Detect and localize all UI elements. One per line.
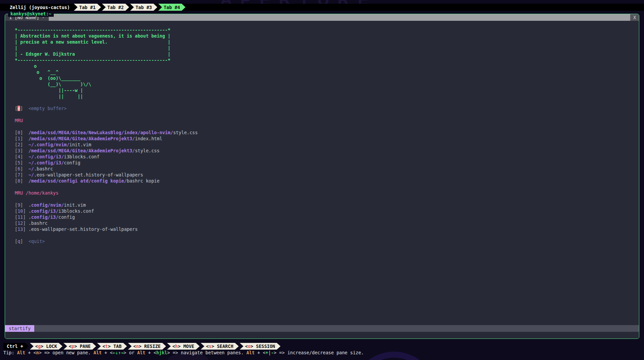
quote-line: | precise at a new semantic level. | [15,39,170,45]
terminal-pane: 1 [No Name] - X *-----------------------… [5,14,639,339]
tip-segment: Alt [137,350,145,355]
tip-segment: Alt [93,350,101,355]
vim-command-line [5,332,639,339]
screen: APERTURE Zellij (joyous-cactus) Tab #1Ta… [0,0,644,360]
quit-entry[interactable]: [q] <quit> [15,239,45,244]
tab-4[interactable]: Tab #4 [158,4,185,11]
wallpaper-watermark: APERTURE [220,0,377,3]
tip-segment: Alt [17,350,25,355]
cow-art-line: || || [15,94,83,99]
mru-entry[interactable]: [5] ~/.config/i3/config [15,160,80,165]
tab-2[interactable]: Tab #2 [102,4,129,11]
tip-segment: + < [255,350,266,355]
cow-art-line: (__)\ )\/\ [15,82,91,87]
mru-entry[interactable]: [13] .eos-wallpaper-set.history-of-wallp… [15,226,138,232]
cow-art-line: o (oo)\_______ [15,75,80,81]
mru-header: MRU [15,118,23,123]
empty-buffer-entry[interactable]: [e] <empty buffer> [15,106,67,111]
session-name: Zellij (joyous-cactus) [10,4,70,11]
tip-segment: + < [102,350,113,355]
vim-tabline-fill [49,14,630,21]
cow-art-line: o ^__^ [15,69,58,75]
keybar-segment-pane: <p> PANE [63,343,96,350]
mru-entry[interactable]: [4] ~/.config/i3/i3blocks.conf [15,154,99,159]
mru-entry[interactable]: [0] /media/ssd/MEGA/Gitea/NewLukasBlog/i… [15,130,198,135]
tip-segment: + < [25,350,36,355]
tip-segment: > => navigate between panes. [167,350,247,355]
wallpaper-arc-shape [351,352,437,360]
quote-line: | - Edsger W. Dijkstra | [15,51,170,57]
tip-segment: > or [124,350,137,355]
cow-art-line: o [15,63,37,69]
tip-segment: - [271,350,274,355]
tip-segment: > => increase/decrease pane size. [274,350,364,355]
quote-line: | | [15,45,170,51]
keybar-segment-lock: <g> LOCK [30,343,62,350]
statusline-fill [34,325,639,332]
pane-title: kankys@skynet:~ [8,11,54,17]
tab-1[interactable]: Tab #1 [74,4,101,11]
tip-segment: Tip: [3,350,17,355]
tip-segment: ←↓↑→ [113,350,124,355]
mru-entry[interactable]: [11] .config/i3/config [15,214,75,220]
keybar-segment-session: <o> SESSION [240,343,281,350]
mru-entry[interactable]: [9] .config/nvim/init.vim [15,202,86,208]
mru-entry[interactable]: [7] ~/.eos-wallpaper-set.history-of-wall… [15,172,143,177]
tip-segment: hjkl [156,350,167,355]
cow-art-line: ||----w | [15,88,83,93]
tip-segment: Alt [246,350,254,355]
statusline-mode-chip: startify [5,325,34,332]
startify-buffer: *---------------------------------------… [5,21,639,325]
tab-3[interactable]: Tab #3 [130,4,157,11]
tip-segment: > => open new pane. [39,350,94,355]
mru-entry[interactable]: [10] .config/i3/i3blocks.conf [15,208,94,214]
ctrl-prefix: Ctrl + [3,343,29,350]
keybar-segment-tab: <t> TAB [97,343,127,350]
keybar-segment-search: <s> SEARCH [201,343,239,350]
mru-header: MRU /home/kankys [15,190,58,196]
mru-entry[interactable]: [8] /media/ssd/configi atd/config kopie/… [15,178,160,184]
close-tab-button[interactable]: X [630,14,639,21]
keybar-segment-resize: <n> RESIZE [128,343,166,350]
zellij-tab-bar: Zellij (joyous-cactus) Tab #1Tab #2Tab #… [0,4,644,11]
vim-statusline: startify [5,325,639,332]
quote-line: *---------------------------------------… [15,27,170,33]
quote-line: | Abstraction is not about vagueness, it… [15,33,170,39]
mru-entry[interactable]: [12] .bashrc [15,220,48,226]
quote-line: *---------------------------------------… [15,57,170,63]
tab-list: Tab #1Tab #2Tab #3Tab #4 [74,4,185,11]
mru-entry[interactable]: [3] /media/ssd/MEGA/Gitea/AkademieProjek… [15,148,160,153]
tip-line: Tip: Alt + <n> => open new pane. Alt + <… [3,350,364,356]
tip-segment: | [268,350,271,355]
mru-entry[interactable]: [6] ~/.bashrc [15,166,53,171]
vim-tabline: 1 [No Name] - X [5,14,639,21]
keybar-segment-move: <h> MOVE [167,343,200,350]
tip-segment: + < [145,350,157,355]
mru-entry[interactable]: [1] /media/ssd/MEGA/Gitea/AkademieProjek… [15,136,162,141]
mru-entry[interactable]: [2] ~/.config/nvim/init.vim [15,142,91,147]
tip-segment: n [36,350,39,355]
keybind-bar: Ctrl + <g> LOCK<p> PANE<t> TAB<n> RESIZE… [3,343,281,350]
